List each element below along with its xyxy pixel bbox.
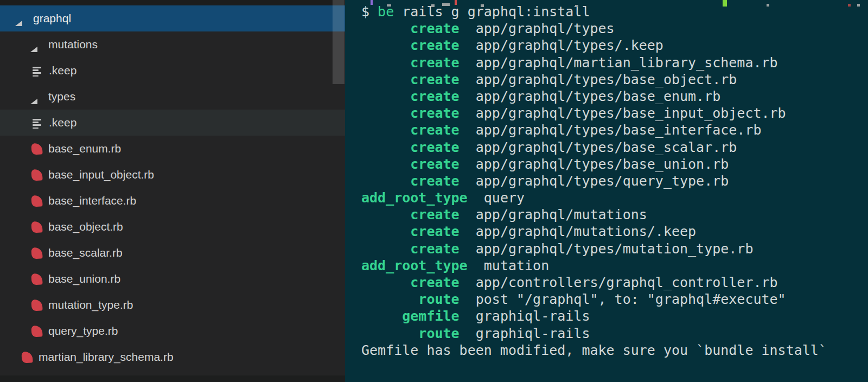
tree-item-base-union-rb[interactable]: base_union.rb: [0, 266, 345, 292]
tree-item-types[interactable]: types: [0, 84, 345, 110]
tree-item--keep[interactable]: .keep: [0, 110, 345, 136]
generator-output-line: add_root_type mutation: [361, 257, 868, 274]
tree-item-base-input-object-rb[interactable]: base_input_object.rb: [0, 162, 345, 188]
generator-output-line: create app/graphql/types: [361, 20, 868, 37]
shell-prompt-line: $ be rails g graphql:install: [361, 3, 868, 20]
tree-item-base-interface-rb[interactable]: base_interface.rb: [0, 188, 345, 214]
terminal-message-line: Gemfile has been modified, make sure you…: [361, 342, 868, 359]
generator-output-line: create app/graphql/mutations: [361, 206, 868, 223]
text-file-icon: [33, 118, 42, 128]
tree-item-label: mutation_type.rb: [48, 298, 133, 311]
generator-output-line: create app/graphql/types/base_interface.…: [361, 122, 868, 138]
ruby-file-icon: [31, 169, 42, 181]
tree-item--keep[interactable]: .keep: [0, 58, 345, 84]
tree-item-label: query_type.rb: [48, 324, 118, 338]
terminal-panel[interactable]: $ be rails g graphql:install create app/…: [345, 0, 868, 382]
generator-output-line: create app/controllers/graphql_controlle…: [361, 274, 868, 291]
generator-output-line: create app/graphql/types/base_object.rb: [361, 71, 868, 88]
ruby-file-icon: [31, 299, 42, 311]
tree-item-label: .keep: [49, 116, 76, 129]
ruby-file-icon: [31, 195, 42, 207]
generator-output-line: create app/graphql/types/base_union.rb: [361, 156, 868, 173]
tree-item-label: mutations: [48, 38, 98, 51]
generator-output-line: gemfile graphiql-rails: [361, 308, 868, 324]
tree-item-label: base_enum.rb: [48, 142, 121, 155]
ruby-file-icon: [31, 221, 42, 233]
tree-item-label: martian_library_schema.rb: [39, 351, 174, 364]
tree-item-label: base_union.rb: [48, 272, 120, 285]
text-file-icon: [33, 66, 42, 75]
tree-item-label: base_input_object.rb: [48, 168, 154, 181]
sidebar-scrollbar-thumb[interactable]: [333, 0, 344, 84]
partial-row-above: [0, 0, 345, 5]
ruby-file-icon: [31, 143, 42, 155]
ruby-file-icon: [31, 247, 42, 259]
prompt-remnant-mark: [481, 4, 484, 7]
prompt-remnant-mark: [723, 0, 727, 7]
tree-item-label: graphql: [33, 12, 71, 25]
generator-output-line: route graphiql-rails: [361, 325, 868, 342]
generator-output-line: create app/graphql/types/base_scalar.rb: [361, 139, 868, 156]
tree-item-label: .keep: [49, 64, 76, 77]
folder-expanded-arrow-icon: [30, 94, 37, 99]
folder-expanded-arrow-icon: [30, 42, 37, 47]
prompt-remnant-mark: [848, 4, 851, 7]
generator-output-line: route post "/graphql", to: "graphql#exec…: [361, 291, 868, 308]
prompt-remnant-mark: [455, 0, 457, 5]
terminal-output: $ be rails g graphql:install create app/…: [345, 0, 868, 359]
tree-item-label: base_scalar.rb: [48, 246, 123, 259]
tree-item-label: types: [48, 90, 75, 103]
prompt-remnant-mark: [857, 4, 860, 7]
sidebar-bottom-edge: [0, 375, 345, 382]
file-tree: graphqlmutations.keeptypes.keepbase_enum…: [0, 5, 345, 370]
tree-item-base-enum-rb[interactable]: base_enum.rb: [0, 136, 345, 162]
tree-item-graphql[interactable]: graphql: [0, 5, 345, 31]
ruby-file-icon: [31, 325, 42, 337]
generator-output-line: create app/graphql/mutations/.keep: [361, 223, 868, 240]
ruby-file-icon: [21, 351, 33, 363]
prompt-remnant-mark: [575, 5, 578, 7]
generator-output-line: create app/graphql/types/base_input_obje…: [361, 105, 868, 122]
generator-output-line: create app/graphql/types/base_enum.rb: [361, 88, 868, 105]
code-editor-window: graphqlmutations.keeptypes.keepbase_enum…: [0, 0, 868, 382]
generator-output-line: create app/graphql/types/mutation_type.r…: [361, 240, 868, 257]
tree-item-mutation-type-rb[interactable]: mutation_type.rb: [0, 292, 345, 318]
prompt-remnant-mark: [371, 0, 373, 5]
tree-item-martian-library-schema-rb[interactable]: martian_library_schema.rb: [0, 344, 345, 370]
tree-item-base-object-rb[interactable]: base_object.rb: [0, 214, 345, 240]
generator-output-line: create app/graphql/types/.keep: [361, 37, 868, 54]
tree-item-query-type-rb[interactable]: query_type.rb: [0, 318, 345, 344]
tree-item-mutations[interactable]: mutations: [0, 31, 345, 58]
generator-output-line: add_root_type query: [361, 189, 868, 206]
folder-expanded-arrow-icon: [15, 16, 22, 21]
prompt-remnant-mark: [442, 3, 450, 6]
prompt-remnant-mark: [431, 4, 435, 7]
prompt-remnant-mark: [767, 4, 769, 7]
tree-item-label: base_interface.rb: [48, 194, 136, 207]
tree-item-base-scalar-rb[interactable]: base_scalar.rb: [0, 240, 345, 266]
generator-output-line: create app/graphql/types/query_type.rb: [361, 173, 868, 189]
ruby-file-icon: [31, 273, 42, 285]
file-explorer-sidebar: graphqlmutations.keeptypes.keepbase_enum…: [0, 0, 345, 382]
prompt-remnant-mark: [387, 4, 391, 7]
generator-output-line: create app/graphql/martian_library_schem…: [361, 54, 868, 71]
tree-item-label: base_object.rb: [48, 220, 123, 233]
